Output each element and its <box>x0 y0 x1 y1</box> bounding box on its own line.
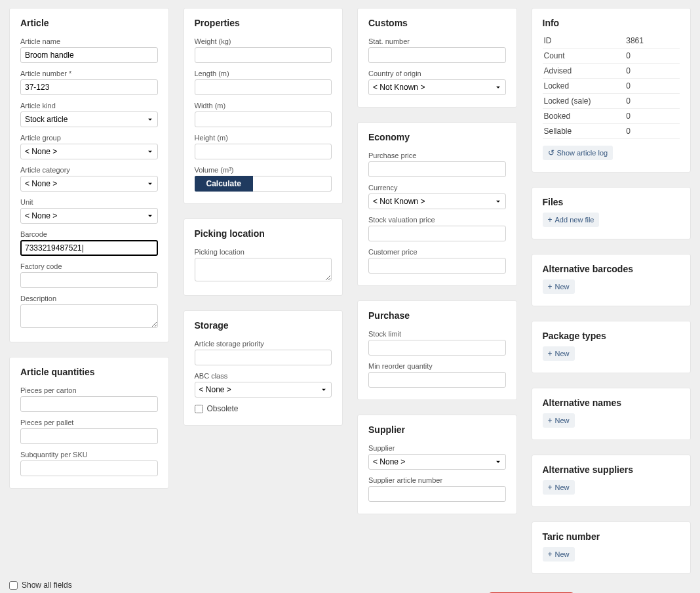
supplier-title: Supplier <box>368 424 506 435</box>
abc-select[interactable]: < None > <box>195 382 332 398</box>
plus-icon: + <box>548 349 553 358</box>
picking-card: Picking location Picking location <box>184 218 343 296</box>
min-reorder-label: Min reorder quantity <box>368 362 506 370</box>
pieces-carton-label: Pieces per carton <box>20 386 158 394</box>
alt-barcodes-title: Alternative barcodes <box>543 264 680 274</box>
picking-title: Picking location <box>195 228 332 239</box>
description-input[interactable] <box>20 304 158 328</box>
obsolete-checkbox[interactable] <box>195 405 203 413</box>
alt-suppliers-title: Alternative suppliers <box>543 464 680 475</box>
stock-limit-input[interactable] <box>368 340 506 356</box>
article-name-label: Article name <box>20 37 158 45</box>
length-label: Length (m) <box>195 70 332 77</box>
plus-icon: + <box>548 416 553 425</box>
article-group-label: Article group <box>20 134 158 142</box>
new-supplier-button[interactable]: + New <box>543 480 575 495</box>
factory-code-input[interactable] <box>20 272 158 288</box>
picking-location-label: Picking location <box>195 248 332 256</box>
storage-priority-input[interactable] <box>195 350 332 365</box>
article-number-input[interactable] <box>20 79 158 95</box>
stock-valuation-label: Stock valuation price <box>368 216 506 224</box>
plus-icon: + <box>548 550 553 559</box>
table-row: Count0 <box>543 49 680 64</box>
weight-label: Weight (kg) <box>195 37 332 45</box>
height-input[interactable] <box>195 144 332 159</box>
currency-select[interactable]: < Not Known > <box>368 194 506 209</box>
currency-label: Currency <box>368 184 506 192</box>
article-title: Article <box>20 18 158 28</box>
show-article-log-button[interactable]: ↺ Show article log <box>543 146 613 160</box>
alt-names-title: Alternative names <box>543 398 680 408</box>
pieces-pallet-input[interactable] <box>20 428 158 444</box>
supplier-artnum-input[interactable] <box>368 486 506 502</box>
new-name-button[interactable]: + New <box>543 413 575 428</box>
customs-card: Customs Stat. number Country of origin <… <box>357 8 517 108</box>
article-category-select[interactable]: < None > <box>20 176 158 192</box>
factory-code-label: Factory code <box>20 262 158 270</box>
unit-select[interactable]: < None > <box>20 208 158 224</box>
alt-barcodes-card: Alternative barcodes + New <box>532 254 691 306</box>
new-barcode-button[interactable]: + New <box>543 279 575 294</box>
calculate-button[interactable]: Calculate <box>195 176 253 192</box>
storage-card: Storage Article storage priority ABC cla… <box>184 310 343 426</box>
article-group-select[interactable]: < None > <box>20 144 158 159</box>
supplier-label: Supplier <box>368 444 506 452</box>
plus-icon: + <box>548 215 553 224</box>
supplier-select[interactable]: < None > <box>368 454 506 470</box>
min-reorder-input[interactable] <box>368 372 506 388</box>
stat-number-input[interactable] <box>368 47 506 63</box>
article-card: Article Article name Article number * Ar… <box>9 8 169 342</box>
economy-card: Economy Purchase price Currency < Not Kn… <box>357 122 517 286</box>
supplier-artnum-label: Supplier article number <box>368 476 506 484</box>
purchase-price-label: Purchase price <box>368 152 506 159</box>
picking-location-input[interactable] <box>195 258 332 281</box>
article-kind-select[interactable]: Stock article <box>20 112 158 127</box>
stock-valuation-input[interactable] <box>368 226 506 241</box>
new-package-button[interactable]: + New <box>543 346 575 361</box>
new-taric-button[interactable]: + New <box>543 547 575 562</box>
pieces-carton-input[interactable] <box>20 396 158 412</box>
table-row: Locked0 <box>543 79 680 94</box>
obsolete-label: Obsolete <box>207 404 239 413</box>
add-file-button[interactable]: + Add new file <box>543 213 600 227</box>
volume-input[interactable] <box>253 176 332 192</box>
table-row: Locked (sale)0 <box>543 94 680 109</box>
taric-card: Taric number + New <box>532 521 691 574</box>
barcode-input[interactable] <box>20 240 158 256</box>
info-card: Info ID3861 Count0 Advised0 Locked0 Lock… <box>532 8 691 173</box>
article-kind-label: Article kind <box>20 102 158 110</box>
article-name-input[interactable] <box>20 47 158 63</box>
show-all-fields-checkbox[interactable] <box>9 581 18 590</box>
storage-title: Storage <box>195 320 332 331</box>
table-row: Advised0 <box>543 64 680 79</box>
country-origin-select[interactable]: < Not Known > <box>368 79 506 95</box>
unit-label: Unit <box>20 198 158 206</box>
weight-input[interactable] <box>195 47 332 63</box>
alt-suppliers-card: Alternative suppliers + New <box>532 455 691 507</box>
alt-names-card: Alternative names + New <box>532 388 691 440</box>
length-input[interactable] <box>195 79 332 95</box>
properties-card: Properties Weight (kg) Length (m) Width … <box>184 8 343 204</box>
subqty-label: Subquantity per SKU <box>20 451 158 459</box>
supplier-card: Supplier Supplier < None > Supplier arti… <box>357 415 517 514</box>
table-row: Sellable0 <box>543 124 680 139</box>
purchase-price-input[interactable] <box>368 161 506 177</box>
show-all-fields-label: Show all fields <box>22 581 72 590</box>
info-title: Info <box>543 18 680 28</box>
history-icon: ↺ <box>548 148 554 157</box>
stat-number-label: Stat. number <box>368 37 506 45</box>
economy-title: Economy <box>368 132 506 142</box>
taric-title: Taric number <box>543 531 680 542</box>
quantities-card: Article quantities Pieces per carton Pie… <box>9 357 169 489</box>
width-input[interactable] <box>195 112 332 127</box>
subqty-input[interactable] <box>20 460 158 476</box>
purchase-title: Purchase <box>368 310 506 321</box>
customs-title: Customs <box>368 18 506 28</box>
customer-price-input[interactable] <box>368 258 506 274</box>
package-types-title: Package types <box>543 331 680 341</box>
plus-icon: + <box>548 483 553 492</box>
customer-price-label: Customer price <box>368 248 506 256</box>
stock-limit-label: Stock limit <box>368 330 506 338</box>
table-row: ID3861 <box>543 33 680 49</box>
width-label: Width (m) <box>195 102 332 110</box>
